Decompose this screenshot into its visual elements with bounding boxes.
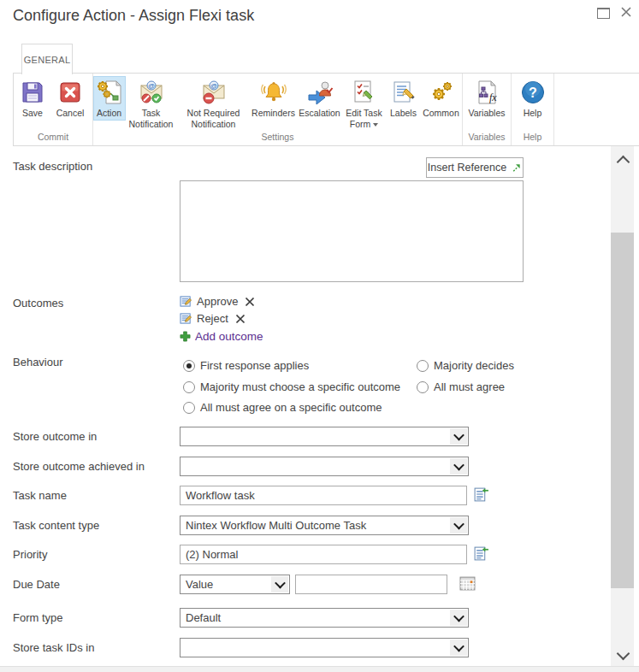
reminders-button[interactable]: Reminders	[250, 77, 298, 120]
reminders-icon	[260, 79, 287, 106]
store-task-ids-in-select[interactable]	[180, 638, 469, 657]
not-required-notification-label: Not Required Notification	[178, 108, 250, 129]
not-required-notification-button[interactable]: @ Not Required Notification	[178, 77, 250, 130]
radio-icon	[183, 402, 195, 414]
scrollbar-thumb[interactable]	[611, 233, 634, 588]
store-outcome-achieved-in-label: Store outcome achieved in	[13, 460, 145, 473]
edit-outcome-icon[interactable]	[180, 295, 192, 308]
priority-input[interactable]	[180, 545, 467, 564]
radio-all-agree-specific-outcome[interactable]: All must agree on a specific outcome	[183, 401, 382, 414]
tab-general[interactable]: GENERAL	[21, 44, 73, 74]
select-value: Nintex Workflow Multi Outcome Task	[186, 519, 366, 532]
store-task-ids-in-label: Store task IDs in	[13, 641, 94, 654]
action-label: Action	[97, 108, 121, 119]
radio-label: Majority must choose a specific outcome	[200, 380, 400, 393]
insert-reference-label: Insert Reference	[428, 162, 506, 174]
escalation-button[interactable]: Escalation	[298, 77, 342, 120]
calendar-icon[interactable]	[459, 575, 476, 592]
group-label-settings: Settings	[93, 131, 462, 145]
due-date-label: Due Date	[13, 578, 60, 591]
task-content-type-select[interactable]: Nintex Workflow Multi Outcome Task	[180, 516, 469, 535]
delete-outcome-icon[interactable]	[235, 314, 246, 324]
add-icon	[180, 331, 191, 342]
edit-outcome-icon[interactable]	[180, 312, 192, 325]
task-content-type-label: Task content type	[13, 519, 99, 532]
outcome-item-reject: Reject	[180, 312, 246, 325]
radio-icon	[183, 360, 195, 372]
due-date-input[interactable]	[295, 575, 447, 594]
delete-outcome-icon[interactable]	[245, 297, 255, 307]
chevron-down-icon	[271, 576, 288, 592]
common-label: Common	[423, 108, 459, 119]
chevron-down-icon	[450, 610, 467, 626]
svg-text:fx: fx	[489, 91, 497, 103]
chevron-down-icon	[450, 517, 467, 533]
edit-task-form-button[interactable]: Edit Task Form	[342, 77, 387, 130]
edit-task-form-icon	[351, 79, 378, 106]
escalation-icon	[306, 79, 334, 106]
radio-icon	[183, 381, 195, 393]
ribbon-group-variables: fx Variables Variables	[463, 74, 512, 145]
ribbon-group-settings: Action @ Task Notification	[93, 74, 463, 145]
radio-label: First response applies	[200, 359, 309, 372]
svg-text:?: ?	[529, 85, 537, 100]
task-notification-icon: @	[138, 79, 165, 106]
group-label-help: Help	[512, 131, 553, 145]
task-notification-button[interactable]: @ Task Notification	[125, 77, 178, 130]
radio-majority-specific-outcome[interactable]: Majority must choose a specific outcome	[183, 380, 400, 393]
close-icon[interactable]	[620, 6, 632, 18]
save-label: Save	[22, 108, 43, 119]
radio-label: Majority decides	[434, 359, 514, 372]
chevron-down-icon	[450, 640, 467, 656]
priority-label: Priority	[13, 548, 47, 561]
due-date-mode-select[interactable]: Value	[180, 575, 290, 594]
radio-icon	[417, 381, 429, 393]
group-label-commit: Commit	[14, 131, 92, 145]
ribbon-group-help: ? Help Help	[512, 74, 554, 145]
outcome-name: Reject	[197, 312, 228, 325]
task-name-input[interactable]	[180, 486, 467, 505]
radio-label: All must agree	[434, 380, 505, 393]
save-button[interactable]: Save	[15, 77, 50, 120]
help-button[interactable]: ? Help	[514, 77, 552, 120]
radio-icon	[417, 360, 429, 372]
cancel-button[interactable]: Cancel	[50, 77, 91, 120]
insert-reference-button[interactable]: Insert Reference	[426, 157, 524, 178]
insert-reference-field-icon[interactable]	[473, 545, 489, 562]
radio-majority-decides[interactable]: Majority decides	[417, 359, 514, 372]
insert-reference-arrow-icon	[511, 162, 522, 174]
variables-button[interactable]: fx Variables	[463, 77, 511, 120]
select-value: Default	[186, 611, 221, 624]
store-outcome-in-select[interactable]	[180, 427, 469, 446]
chevron-down-icon	[450, 428, 467, 445]
ribbon-spacer	[554, 74, 639, 145]
radio-first-response-applies[interactable]: First response applies	[183, 359, 309, 372]
help-label: Help	[524, 108, 542, 119]
common-button[interactable]: Common	[421, 77, 462, 120]
task-description-input[interactable]	[180, 180, 524, 282]
maximize-icon[interactable]	[597, 8, 610, 19]
task-description-label: Task description	[13, 160, 92, 173]
common-icon	[428, 79, 455, 106]
select-value: Value	[186, 578, 213, 591]
task-notification-label: Task Notification	[125, 108, 178, 129]
dropdown-arrow-icon	[373, 123, 378, 127]
tab-general-label: GENERAL	[24, 55, 71, 65]
insert-reference-field-icon[interactable]	[473, 486, 489, 503]
chevron-down-icon	[450, 458, 467, 475]
add-outcome-link[interactable]: Add outcome	[180, 330, 263, 343]
group-label-variables: Variables	[463, 131, 511, 145]
ribbon-group-commit: Save Cancel Commit	[14, 74, 93, 145]
outcome-item-approve: Approve	[180, 295, 255, 308]
store-outcome-in-label: Store outcome in	[13, 430, 97, 443]
help-icon: ?	[519, 79, 547, 106]
store-outcome-achieved-in-select[interactable]	[180, 457, 469, 476]
form-type-select[interactable]: Default	[180, 608, 469, 628]
labels-button[interactable]: Labels	[387, 77, 421, 120]
save-icon	[19, 79, 46, 106]
action-button[interactable]: Action	[94, 77, 125, 120]
task-name-label: Task name	[13, 489, 67, 502]
cancel-icon	[56, 79, 84, 106]
radio-all-must-agree[interactable]: All must agree	[417, 380, 505, 393]
reminders-label: Reminders	[251, 108, 295, 119]
